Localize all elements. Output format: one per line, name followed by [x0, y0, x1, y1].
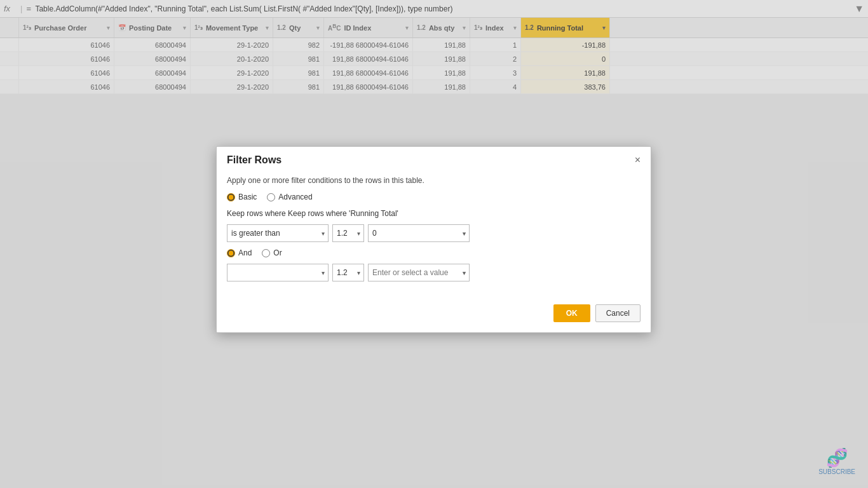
type-select-1[interactable]: 1.2 ABC 123	[332, 224, 364, 242]
type-select-wrapper-1[interactable]: 1.2 ABC 123	[332, 224, 364, 242]
and-radio[interactable]: And	[227, 248, 252, 257]
condition-select-wrapper-2[interactable]: is greater than is less than equals	[227, 264, 329, 281]
mode-advanced-label: Advanced	[278, 193, 312, 201]
mode-basic-radio[interactable]: Basic	[227, 193, 257, 201]
andor-group: And Or	[227, 248, 641, 257]
and-input[interactable]	[227, 249, 235, 257]
ok-button[interactable]: OK	[553, 304, 590, 322]
dialog-title: Filter Rows	[227, 154, 281, 166]
condition-select-2[interactable]: is greater than is less than equals	[227, 264, 329, 281]
condition-select-wrapper[interactable]: is greater than is less than equals does…	[227, 224, 329, 242]
mode-basic-input[interactable]	[227, 193, 235, 201]
value-input-2[interactable]	[368, 264, 470, 281]
value-input-wrapper-1[interactable]: ▾	[368, 224, 470, 242]
type-select-2[interactable]: 1.2 ABC 123	[332, 264, 364, 281]
value-input-wrapper-2[interactable]: ▾	[368, 264, 470, 281]
value-dropdown-arrow-2: ▾	[463, 269, 466, 276]
dialog-description: Apply one or more filter conditions to t…	[227, 176, 641, 185]
dialog-footer: OK Cancel	[217, 304, 651, 332]
filter-row-1: is greater than is less than equals does…	[227, 224, 641, 242]
or-radio[interactable]: Or	[262, 248, 281, 257]
cancel-button[interactable]: Cancel	[595, 304, 641, 322]
and-label: And	[238, 248, 252, 257]
keep-rows-label: Keep rows where Keep rows where 'Running…	[227, 209, 641, 218]
filter-rows-dialog: Filter Rows × Apply one or more filter c…	[216, 146, 651, 333]
value-input-1[interactable]	[368, 224, 470, 242]
mode-radio-group: Basic Advanced	[227, 193, 641, 201]
dialog-body: Apply one or more filter conditions to t…	[217, 171, 651, 304]
or-input[interactable]	[262, 249, 270, 257]
mode-advanced-input[interactable]	[267, 193, 275, 201]
condition-select[interactable]: is greater than is less than equals does…	[227, 224, 329, 242]
mode-basic-label: Basic	[238, 193, 257, 201]
dialog-header: Filter Rows ×	[217, 147, 651, 171]
or-label: Or	[273, 248, 281, 257]
filter-row-2: is greater than is less than equals 1.2 …	[227, 264, 641, 281]
type-select-wrapper-2[interactable]: 1.2 ABC 123	[332, 264, 364, 281]
dialog-close-button[interactable]: ×	[635, 155, 641, 165]
mode-advanced-radio[interactable]: Advanced	[267, 193, 312, 201]
value-dropdown-arrow-1: ▾	[463, 230, 466, 237]
